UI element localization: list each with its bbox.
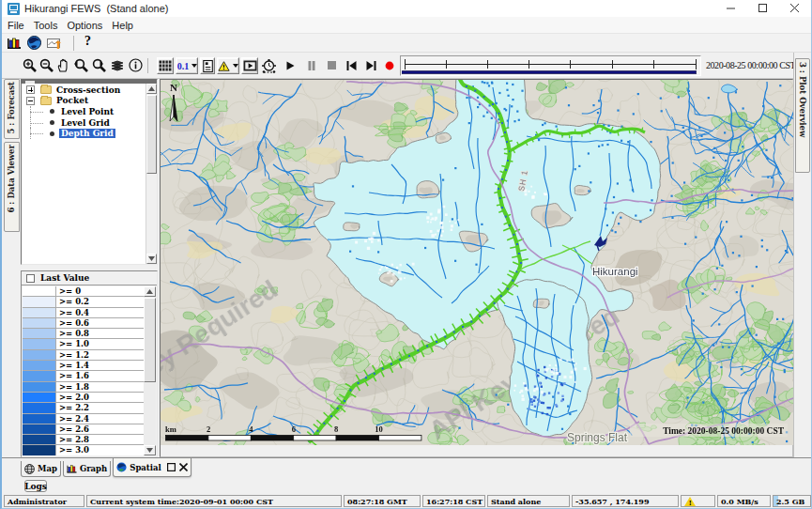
- legend-swatch: [23, 339, 56, 348]
- map-canvas[interactable]: API Key RequiredAPI Key Required SH 1 Hi…: [161, 80, 797, 445]
- legend-swatch: [23, 382, 56, 392]
- restore-tab-icon[interactable]: [167, 463, 176, 471]
- info-icon[interactable]: [129, 58, 143, 72]
- tree-label[interactable]: Cross-section: [54, 85, 122, 95]
- close-button[interactable]: [779, 0, 811, 17]
- logs-button[interactable]: Logs: [24, 480, 47, 492]
- interval-dropdown[interactable]: 0.1: [176, 57, 198, 74]
- scroll-up-button[interactable]: [146, 84, 157, 94]
- grid-display-button[interactable]: [157, 57, 174, 74]
- legend-row[interactable]: >= 0.2: [23, 297, 144, 307]
- tree-label[interactable]: Pocket: [54, 96, 90, 105]
- legend-row[interactable]: >= 0.4: [23, 308, 144, 318]
- pan-icon[interactable]: [56, 58, 70, 72]
- tree-toggle[interactable]: [26, 85, 35, 94]
- tree-scrollbar[interactable]: [146, 84, 157, 264]
- tree-toggle[interactable]: [26, 97, 35, 105]
- last-value-checkbox[interactable]: [26, 274, 35, 283]
- zoom-next-icon[interactable]: [91, 58, 107, 73]
- layers-icon[interactable]: [110, 59, 125, 72]
- zoom-in-icon[interactable]: [23, 58, 38, 73]
- scroll-thumb[interactable]: [144, 298, 156, 382]
- animation-button[interactable]: [241, 57, 258, 74]
- tab-data-viewer[interactable]: 6 : Data Viewer: [4, 142, 20, 232]
- status-cell-8: 2.5 GB: [773, 495, 811, 507]
- legend-label: >= 2.6: [56, 424, 89, 434]
- menu-tools[interactable]: Tools: [30, 17, 62, 34]
- legend-row[interactable]: >= 2.2: [23, 403, 144, 413]
- bottom-tab-label: Graph: [80, 464, 107, 473]
- legend-button[interactable]: [200, 57, 215, 74]
- bottom-zone: MapGraphSpatial Logs: [2, 457, 811, 494]
- scroll-down-button[interactable]: [146, 254, 157, 264]
- zoom-previous-icon[interactable]: [73, 58, 89, 73]
- legend-row[interactable]: >= 0.6: [23, 318, 144, 329]
- pause-button[interactable]: [308, 61, 315, 70]
- legend-row[interactable]: >= 1.6: [23, 371, 144, 381]
- bottom-tab-graph[interactable]: Graph: [63, 461, 111, 477]
- tree-label[interactable]: Level Point: [59, 107, 115, 116]
- bottom-tab-spatial[interactable]: Spatial: [113, 458, 191, 477]
- menu-options[interactable]: Options: [63, 17, 106, 34]
- stopwatch-icon[interactable]: [261, 57, 277, 74]
- legend-label: >= 2.2: [56, 403, 89, 412]
- step-back-button[interactable]: [346, 61, 357, 70]
- bottom-tab-map[interactable]: Map: [21, 461, 61, 477]
- legend-row[interactable]: >= 3.0: [23, 445, 144, 455]
- status-cell-1: Current system time:2020-09-01 00:00 CST: [86, 495, 342, 507]
- legend-row[interactable]: >= 2.0: [23, 393, 144, 403]
- scroll-thumb[interactable]: [146, 95, 157, 174]
- minimize-button[interactable]: [715, 0, 747, 17]
- status-cell-0: Administrator: [4, 495, 84, 507]
- left-dock-strip: 5 : Forecast 6 : Data Viewer: [2, 79, 21, 457]
- legend-label: >= 0: [56, 286, 81, 296]
- bottom-tab-label: Map: [38, 464, 57, 473]
- map-label-locality: Springs Flat: [567, 431, 628, 444]
- tree-item-pocket[interactable]: Pocket: [22, 96, 146, 107]
- play-button[interactable]: [286, 61, 295, 70]
- stop-button[interactable]: [328, 61, 336, 69]
- legend-swatch: [23, 414, 56, 424]
- warning-dropdown[interactable]: [217, 57, 239, 74]
- warning-icon: [684, 497, 696, 506]
- legend-row[interactable]: >= 2.6: [23, 424, 144, 435]
- legend-swatch: [23, 435, 56, 444]
- timeline-slider[interactable]: [400, 55, 701, 76]
- database-icon[interactable]: [7, 36, 23, 50]
- legend-row[interactable]: >= 1.8: [23, 382, 144, 393]
- tree-label[interactable]: Depth Grid: [59, 129, 115, 138]
- step-forward-button[interactable]: [366, 61, 376, 70]
- legend-row[interactable]: >= 1.4: [23, 361, 144, 371]
- legend-scrollbar[interactable]: [144, 286, 156, 455]
- status-text: 2.5 GB: [776, 497, 804, 506]
- legend-row[interactable]: >= 1.2: [23, 350, 144, 361]
- globe-icon[interactable]: [27, 36, 41, 50]
- tree-item-depth-grid[interactable]: Depth Grid: [22, 128, 146, 139]
- tree-item-cross-section[interactable]: Cross-section: [22, 85, 146, 96]
- menu-help[interactable]: Help: [108, 17, 137, 34]
- record-button[interactable]: [385, 61, 394, 70]
- tab-plot-overview[interactable]: 3 : Plot Overview: [795, 58, 810, 173]
- status-cell-3: 16:27:18 CST: [422, 495, 485, 507]
- map-panel: API Key RequiredAPI Key Required SH 1 Hi…: [160, 79, 793, 457]
- scroll-down-button[interactable]: [144, 445, 156, 455]
- spatial-display-icon[interactable]: [47, 36, 64, 51]
- tree-item-level-grid[interactable]: Level Grid: [22, 117, 146, 129]
- legend-row[interactable]: >= 1.0: [23, 339, 144, 349]
- toolbar-separator: [73, 36, 74, 51]
- folder-icon: [40, 97, 52, 105]
- close-tab-icon[interactable]: [179, 463, 188, 471]
- legend-row[interactable]: >= 2.8: [23, 435, 144, 445]
- scroll-up-button[interactable]: [144, 286, 156, 297]
- menu-file[interactable]: File: [4, 17, 28, 34]
- legend-row[interactable]: >= 0: [23, 286, 144, 297]
- tab-forecast[interactable]: 5 : Forecast: [4, 79, 20, 139]
- legend-row[interactable]: >= 2.4: [23, 414, 144, 424]
- maximize-button[interactable]: [747, 0, 779, 17]
- help-icon[interactable]: ?: [84, 34, 91, 49]
- tree-item-level-point[interactable]: Level Point: [22, 106, 146, 117]
- timeline-axis: [405, 64, 697, 65]
- legend-row[interactable]: >= 0.8: [23, 329, 144, 339]
- tree-label[interactable]: Level Grid: [59, 118, 112, 128]
- zoom-out-icon[interactable]: [39, 58, 54, 73]
